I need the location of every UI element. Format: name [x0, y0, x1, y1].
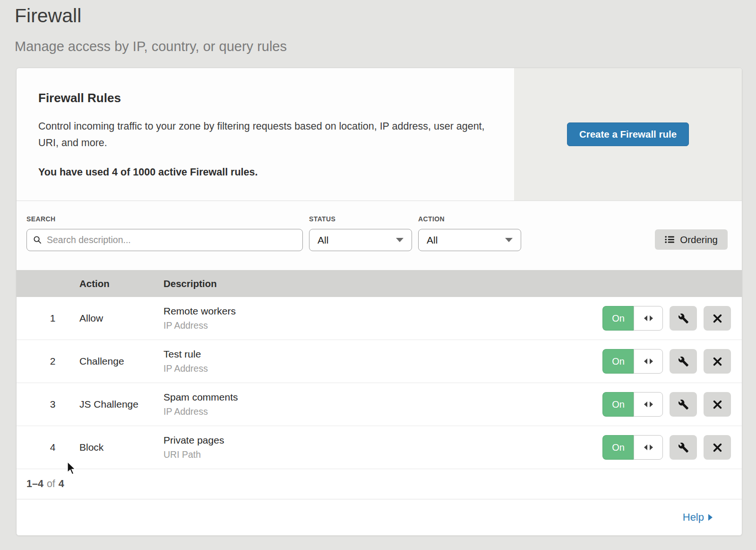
toggle-on-label: On [602, 435, 634, 460]
close-icon [713, 400, 722, 409]
rule-priority: 3 [17, 399, 79, 410]
page-subtitle: Manage access by IP, country, or query r… [0, 27, 756, 54]
chevron-down-icon [396, 238, 404, 242]
rule-description: Test rule [163, 349, 600, 360]
left-right-arrows-icon [634, 349, 663, 374]
cta-pane: Create a Firewall rule [514, 68, 742, 201]
action-select[interactable]: All [418, 229, 521, 251]
wrench-icon [678, 442, 689, 453]
delete-rule-button[interactable] [704, 392, 731, 417]
rule-description-cell: Test rule IP Address [163, 349, 600, 374]
help-link[interactable]: Help [683, 511, 713, 524]
toggle-on-label: On [602, 349, 634, 374]
search-filter-group: SEARCH [26, 215, 303, 251]
rule-description-cell: Private pages URI Path [163, 435, 600, 460]
rule-controls: On [600, 435, 742, 460]
rule-field: IP Address [163, 363, 600, 374]
rule-description-cell: Spam comments IP Address [163, 392, 600, 417]
left-right-arrows-icon [634, 306, 663, 331]
wrench-icon [678, 356, 689, 367]
rule-description: Private pages [163, 435, 600, 446]
wrench-icon [678, 313, 689, 324]
rule-priority: 4 [17, 442, 79, 453]
pagination-of: of [47, 478, 55, 490]
close-icon [713, 314, 722, 323]
help-row: Help [17, 499, 742, 535]
toggle-on-label: On [602, 392, 634, 417]
chevron-down-icon [505, 238, 513, 242]
rule-priority: 2 [17, 356, 79, 367]
toggle-on-label: On [602, 306, 634, 331]
card-description-pane: Firewall Rules Control incoming traffic … [17, 68, 514, 201]
action-label: ACTION [418, 215, 521, 223]
table-row: 4 Block Private pages URI Path On [17, 426, 742, 469]
search-box[interactable] [26, 229, 303, 251]
table-header: Action Description [17, 270, 742, 297]
card-top-section: Firewall Rules Control incoming traffic … [17, 68, 742, 201]
search-icon [33, 236, 42, 244]
delete-rule-button[interactable] [704, 435, 731, 460]
create-firewall-rule-button[interactable]: Create a Firewall rule [567, 122, 689, 146]
rule-priority: 1 [17, 313, 79, 324]
card-heading: Firewall Rules [38, 91, 495, 105]
ordering-button-label: Ordering [680, 234, 718, 245]
card-description: Control incoming traffic to your zone by… [38, 118, 487, 151]
ordered-list-icon [665, 236, 675, 244]
close-icon [713, 443, 722, 452]
usage-text: You have used 4 of 1000 active Firewall … [38, 166, 495, 178]
action-select-value: All [427, 235, 438, 246]
rule-field: IP Address [163, 406, 600, 417]
firewall-rules-card: Firewall Rules Control incoming traffic … [16, 68, 742, 536]
edit-rule-button[interactable] [670, 392, 697, 417]
page-title: Firewall [0, 0, 756, 27]
table-row: 3 JS Challenge Spam comments IP Address … [17, 383, 742, 426]
edit-rule-button[interactable] [670, 349, 697, 374]
rule-description-cell: Remote workers IP Address [163, 306, 600, 331]
column-header-action: Action [79, 278, 163, 289]
rule-action: Block [79, 442, 163, 453]
rule-controls: On [600, 306, 742, 331]
status-select-value: All [318, 235, 328, 246]
status-label: STATUS [309, 215, 412, 223]
action-filter-group: ACTION All [418, 215, 521, 251]
rule-description: Remote workers [163, 306, 600, 317]
rule-enabled-toggle[interactable]: On [602, 435, 663, 460]
column-header-description: Description [163, 278, 600, 289]
status-select[interactable]: All [309, 229, 412, 251]
search-label: SEARCH [26, 215, 303, 223]
rule-controls: On [600, 349, 742, 374]
left-right-arrows-icon [634, 435, 663, 460]
arrow-right-icon [708, 514, 713, 521]
edit-rule-button[interactable] [670, 435, 697, 460]
rule-field: IP Address [163, 320, 600, 331]
delete-rule-button[interactable] [704, 306, 731, 331]
search-input[interactable] [47, 235, 296, 245]
left-right-arrows-icon [634, 392, 663, 417]
rule-action: Allow [79, 313, 163, 324]
table-row: 2 Challenge Test rule IP Address On [17, 340, 742, 383]
firewall-page: Firewall Manage access by IP, country, o… [0, 0, 756, 550]
rule-enabled-toggle[interactable]: On [602, 306, 663, 331]
rule-controls: On [600, 392, 742, 417]
rule-action: Challenge [79, 356, 163, 367]
status-filter-group: STATUS All [309, 215, 412, 251]
rule-enabled-toggle[interactable]: On [602, 392, 663, 417]
wrench-icon [678, 399, 689, 410]
close-icon [713, 357, 722, 366]
help-link-label: Help [683, 511, 704, 524]
rule-action: JS Challenge [79, 399, 163, 410]
edit-rule-button[interactable] [670, 306, 697, 331]
rule-field: URI Path [163, 449, 600, 460]
table-row: 1 Allow Remote workers IP Address On [17, 297, 742, 340]
rule-enabled-toggle[interactable]: On [602, 349, 663, 374]
delete-rule-button[interactable] [704, 349, 731, 374]
filter-bar: SEARCH STATUS All ACTION [17, 201, 742, 270]
pagination-total: 4 [59, 478, 64, 490]
ordering-button[interactable]: Ordering [655, 229, 728, 250]
pagination-range: 1–4 [26, 478, 43, 490]
pagination: 1–4 of 4 [17, 469, 742, 499]
rule-description: Spam comments [163, 392, 600, 403]
